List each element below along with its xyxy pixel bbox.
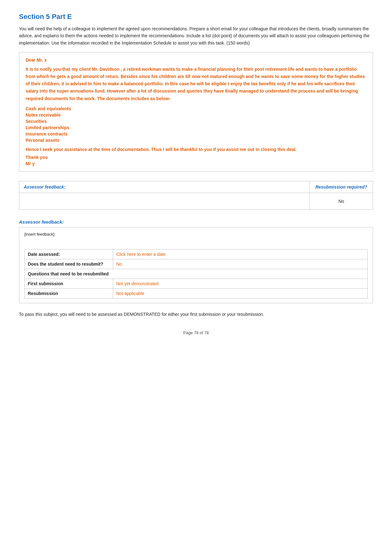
section-title: Section 5 Part E [19,13,373,21]
document-list: Cash and equivalents Notes receivable Se… [26,106,366,143]
page-number: Page 78 of 78 [19,330,373,335]
resubmission-label: Resubmission [25,289,113,298]
date-label: Date assessed: [25,250,113,259]
intro-text: You will need the help of a colleague to… [19,25,373,46]
first-submission-label: First submission [25,279,113,289]
salutation: Dear Mr. x [26,57,366,63]
resubmission-value: Not applicable [113,289,368,298]
assessor-feedback-table: Assessor feedback: Resubmission required… [19,181,373,210]
resubmit-value: No [113,259,368,269]
questions-label: Questions that need to be resubmitted [25,269,368,279]
list-item-6: Personal assets [26,138,366,143]
details-table: Date assessed: Click here to enter a dat… [24,249,368,298]
body-paragraph: It is to notify you that my client Mr. D… [26,66,366,102]
date-value[interactable]: Click here to enter a date [113,250,368,259]
feedback-box: [insert feedback] Date assessed: Click h… [19,227,373,303]
resubmission-cell: No [310,193,373,210]
first-submission-value: Not yet demonstrated [113,279,368,289]
closing-paragraph: Hence I seek your assistance at the time… [26,146,366,153]
list-item-4: Limited partnerships [26,125,366,130]
list-item-2: Notes receivable [26,112,366,117]
assessor-feedback-header: Assessor feedback: [19,181,310,193]
assessor-feedback-cell [19,193,310,210]
answer-box: Dear Mr. x It is to notify you that my c… [19,52,373,172]
list-item-5: Insurance contracts [26,131,366,136]
resubmit-label: Does the student need to resubmit? [25,259,113,269]
assessor-feedback-title: Assessor feedback: [19,219,373,225]
thank-you: Thank you [26,155,366,160]
list-item-3: Securities [26,119,366,124]
insert-feedback-placeholder: [insert feedback] [24,232,368,237]
pass-text: To pass this subject, you will need to b… [19,311,373,318]
list-item-1: Cash and equivalents [26,106,366,111]
sign-off: Mr y [26,161,366,166]
resubmission-header: Resubmission required? [310,181,373,193]
